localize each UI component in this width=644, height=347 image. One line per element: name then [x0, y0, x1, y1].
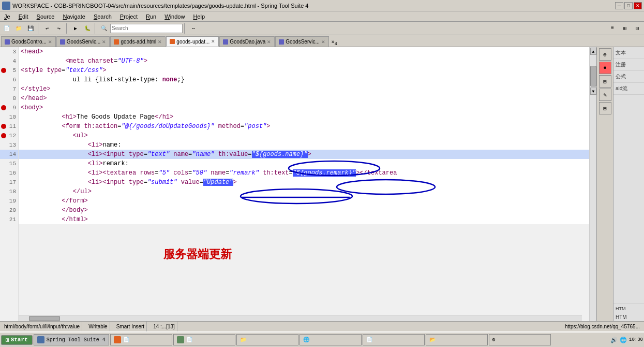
tab-close-icon[interactable]: ✕	[48, 39, 52, 45]
menu-project[interactable]: Project	[118, 13, 140, 20]
code-text	[170, 169, 173, 177]
tb-sep3	[95, 23, 97, 34]
sidebar-btn-2[interactable]: ●	[599, 62, 611, 74]
status-url[interactable]: https://blog.csdn.net/qq_45765...	[563, 322, 642, 331]
code-text: =	[114, 57, 117, 65]
tb-undo[interactable]: ↩	[41, 23, 53, 34]
code-line-19: </form>	[19, 196, 589, 206]
code-text: value	[181, 179, 200, 186]
scroll-up-button[interactable]: ▲	[590, 48, 596, 55]
tb-new[interactable]: 📄	[1, 23, 12, 34]
code-line-6: ul li {list-style-type: none;}	[19, 75, 589, 84]
code-text: charset	[88, 57, 114, 65]
sidebar-btn-1[interactable]: ⊕	[599, 48, 611, 61]
sidebar-btn-5[interactable]: ⊟	[599, 102, 611, 114]
code-text: =	[117, 123, 121, 130]
tb-redo[interactable]: ↪	[53, 23, 65, 34]
taskbar-window-6[interactable]: 📄	[363, 334, 425, 345]
taskbar-window-2[interactable]: 📄	[110, 334, 172, 345]
code-text: th:text	[263, 169, 289, 177]
menu-je[interactable]: Je	[2, 13, 12, 20]
menu-navigate[interactable]: Navigate	[61, 13, 87, 20]
h-scrollbar[interactable]	[19, 315, 582, 321]
h-scrollbar-thumb[interactable]	[29, 316, 60, 321]
start-button[interactable]: ⊞ Start	[1, 335, 33, 345]
rp-item-gongshi[interactable]: 公式	[613, 71, 644, 83]
menu-run[interactable]: Run	[144, 13, 158, 20]
java-file-icon	[5, 39, 10, 45]
code-text	[80, 123, 84, 130]
tab-goodsdao[interactable]: GoodsDao.java ✕	[219, 36, 275, 47]
code-text: th:value	[218, 151, 248, 158]
code-text	[177, 179, 181, 186]
tab-goods-add[interactable]: goods-add.html ✕	[110, 36, 166, 47]
html-file-icon	[170, 39, 175, 44]
window-title: WORKSPACE - CGB-SPRINGBOOT-04/src/main/r…	[12, 3, 615, 9]
tb-search-icon[interactable]: 🔍	[98, 23, 110, 34]
menu-window[interactable]: Window	[162, 13, 187, 20]
taskbar-window-7[interactable]: 📂	[426, 334, 488, 345]
tb-open[interactable]: 📁	[13, 23, 24, 34]
code-line-13: <li>name:	[19, 140, 589, 150]
code-line-17: <li><input type="submit" value="Update">	[19, 178, 589, 187]
line-number-gutter: 3 4 5 6 7 8 9 10 11 12 13 14 15 16 17 18	[0, 47, 19, 321]
menu-edit[interactable]: Edit	[17, 13, 31, 20]
tb-right3[interactable]: ⊟	[632, 23, 643, 34]
taskbar-window-3[interactable]: 📄	[173, 334, 235, 345]
rp-item-zhuce[interactable]: 注册	[613, 59, 644, 71]
tb-more[interactable]: ⋯	[188, 23, 199, 34]
v-scrollbar-thumb[interactable]	[590, 66, 596, 86]
rp-item-wenben[interactable]: 文本	[613, 47, 644, 59]
code-text: ul li {list-style-type:	[73, 76, 162, 83]
rp-item-aidliu[interactable]: aid流	[613, 83, 644, 95]
highlighted-value: "${goods.remark}"	[293, 169, 356, 177]
tab-goodscontroller[interactable]: GoodsContro... ✕	[1, 36, 56, 47]
menu-search[interactable]: Search	[92, 13, 114, 20]
window-controls[interactable]: ─ □ ✕	[615, 2, 642, 9]
taskbar-window-5[interactable]: 🌐	[299, 334, 362, 345]
tb-run[interactable]: ▶	[70, 23, 81, 34]
tb-debug[interactable]: 🐛	[82, 23, 93, 34]
tb-sep4	[184, 23, 186, 34]
tab-close-icon[interactable]: ✕	[158, 39, 162, 45]
code-text: none	[162, 76, 177, 83]
sidebar-btn-3[interactable]: ⊞	[599, 75, 611, 88]
far-right-panel: 文本 注册 公式 aid流 HTM HTM	[613, 47, 644, 321]
rp-label-html: HTM	[613, 303, 644, 313]
sidebar-btn-4[interactable]: ✎	[599, 89, 611, 101]
tb-save[interactable]: 💾	[25, 23, 36, 34]
code-content[interactable]: <head> <meta charset="UTF-8"> <style typ…	[19, 47, 589, 224]
gutter-line-10: 10	[0, 112, 18, 122]
tab-goods-update[interactable]: goods-updat... ✕	[166, 36, 219, 47]
tab-close-icon[interactable]: ✕	[102, 39, 106, 45]
tab-goodsservice2[interactable]: GoodsServic... ✕	[275, 36, 329, 47]
tab-close-icon[interactable]: ✕	[211, 39, 215, 44]
code-text: =	[289, 169, 293, 177]
gutter-line-11: 11	[0, 122, 18, 131]
code-editor[interactable]: <head> <meta charset="UTF-8"> <style typ…	[19, 47, 589, 321]
minimize-button[interactable]: ─	[615, 2, 623, 9]
tab-goodsservice1[interactable]: GoodsServic... ✕	[56, 36, 110, 47]
tab-close-icon[interactable]: ✕	[267, 39, 271, 45]
gutter-line-13: 13	[0, 140, 18, 150]
code-text	[125, 151, 129, 158]
scroll-down-button[interactable]: ▼	[590, 88, 596, 95]
tab-close-icon[interactable]: ✕	[321, 39, 325, 45]
maximize-button[interactable]: □	[624, 2, 633, 9]
toolbar: 📄 📁 💾 ↩ ↪ ▶ 🐛 🔍 ⋯ ≡ ⊞ ⊟	[0, 22, 644, 35]
menu-source[interactable]: Source	[35, 13, 57, 20]
menu-help[interactable]: Help	[191, 13, 207, 20]
tb-right2[interactable]: ⊞	[619, 23, 631, 34]
tb-right1[interactable]: ≡	[607, 23, 618, 34]
taskbar-window-8[interactable]: ⚙	[489, 334, 551, 345]
taskbar-window-4[interactable]: 📁	[236, 334, 298, 345]
code-text: =	[200, 179, 203, 186]
gutter-line-8: 8	[0, 94, 18, 103]
code-text: name:	[102, 141, 121, 149]
tabs-more-button[interactable]: »4	[330, 39, 339, 47]
v-scrollbar[interactable]: ▲ ▼	[589, 47, 596, 321]
code-text: <li>	[88, 160, 103, 167]
close-button[interactable]: ✕	[634, 2, 642, 9]
taskbar-window-sts[interactable]: Spring Tool Suite 4	[34, 334, 109, 345]
search-input[interactable]	[110, 24, 183, 33]
